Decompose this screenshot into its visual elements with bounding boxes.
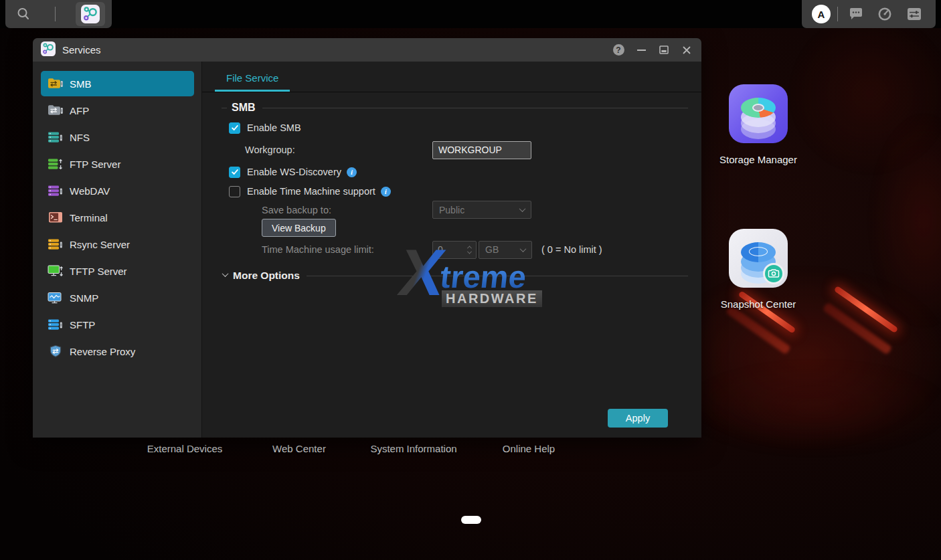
services-app-icon xyxy=(41,41,56,59)
spinner-down-icon[interactable] xyxy=(467,249,472,254)
usage-limit-unit-select[interactable]: GB xyxy=(479,241,532,259)
chevron-down-icon xyxy=(222,270,229,277)
sidebar-item-label: FTP Server xyxy=(70,159,120,170)
workgroup-label: Workgroup: xyxy=(245,145,295,155)
usage-limit-hint: ( 0 = No limit ) xyxy=(541,244,602,255)
sidebar-item-label: NFS xyxy=(70,132,90,143)
info-icon[interactable]: i xyxy=(381,187,391,197)
desktop-icon-label[interactable]: System Information xyxy=(370,442,457,455)
sidebar-item-rsync-server[interactable]: Rsync Server xyxy=(41,231,194,257)
sidebar-item-label: AFP xyxy=(70,105,89,116)
monitor-arrows-icon xyxy=(47,265,64,278)
help-button[interactable]: ? xyxy=(612,43,625,57)
services-taskbar-icon[interactable] xyxy=(76,2,105,26)
desktop-icon-label[interactable]: Online Help xyxy=(485,442,572,455)
view-backup-button[interactable]: View Backup xyxy=(262,219,336,237)
server-stack-icon xyxy=(47,318,64,331)
sidebar-item-label: TFTP Server xyxy=(70,266,127,277)
sidebar-item-label: WebDAV xyxy=(70,185,110,197)
save-backup-row: Save backup to: Public xyxy=(202,201,701,219)
monitor-wave-icon xyxy=(47,292,64,304)
shield-sync-icon xyxy=(47,345,64,358)
enable-smb-row: Enable SMB xyxy=(202,118,701,138)
sidebar-item-reverse-proxy[interactable]: Reverse Proxy xyxy=(41,339,194,364)
server-stack-icon xyxy=(47,185,64,197)
screen: A Services ? xyxy=(0,0,941,560)
time-machine-checkbox[interactable] xyxy=(229,186,240,197)
window-titlebar[interactable]: Services ? xyxy=(33,38,701,62)
snapshot-center-label[interactable]: Snapshot Center xyxy=(705,298,812,310)
sidebar-item-sftp[interactable]: SFTP xyxy=(41,312,194,337)
sidebar-item-label: Rsync Server xyxy=(70,239,130,250)
server-arrows-icon xyxy=(47,158,64,171)
time-machine-label: Enable Time Machine support xyxy=(247,186,375,197)
system-monitor-icon[interactable] xyxy=(873,3,896,25)
taskbar-right-segment: A xyxy=(802,0,936,28)
notifications-icon[interactable] xyxy=(845,3,867,25)
save-backup-select[interactable]: Public xyxy=(432,201,531,219)
smb-form: SMB Enable SMB Workgroup: xyxy=(202,98,701,286)
services-sidebar: SMBAFPNFSFTP ServerWebDAVTerminalRsync S… xyxy=(33,62,201,438)
sidebar-item-afp[interactable]: AFP xyxy=(41,98,194,123)
storage-manager-icon[interactable] xyxy=(729,84,788,143)
sidebar-item-label: SMB xyxy=(70,78,92,90)
services-window: Services ? SMBAFPNFSFTP ServerWebDAVTerm… xyxy=(33,38,701,438)
time-machine-row: Enable Time Machine support i xyxy=(202,182,701,201)
folder-sync-icon xyxy=(47,78,64,90)
camera-icon xyxy=(763,263,784,284)
server-stack-icon xyxy=(47,238,64,251)
storage-manager-label[interactable]: Storage Manager xyxy=(705,154,812,165)
sidebar-item-tftp-server[interactable]: TFTP Server xyxy=(41,258,194,284)
info-icon[interactable]: i xyxy=(347,167,357,177)
usage-limit-row: Time Machine usage limit: 0 GB ( 0 = No … xyxy=(202,237,701,262)
sidebar-item-smb[interactable]: SMB xyxy=(41,71,194,96)
more-options-toggle[interactable]: More Options xyxy=(202,265,701,286)
usage-limit-label: Time Machine usage limit: xyxy=(262,244,374,255)
preferences-icon[interactable] xyxy=(903,3,926,25)
section-title: SMB xyxy=(232,102,256,114)
view-backup-row: View Backup xyxy=(202,219,701,237)
snapshot-center-icon[interactable] xyxy=(729,229,788,288)
apply-button[interactable]: Apply xyxy=(608,409,668,428)
desktop-icon-label[interactable]: Web Center xyxy=(256,442,343,455)
sidebar-item-snmp[interactable]: SNMP xyxy=(41,285,194,310)
user-avatar[interactable]: A xyxy=(812,5,831,23)
search-icon[interactable] xyxy=(12,3,35,25)
taskbar-separator xyxy=(837,7,838,21)
enable-smb-label: Enable SMB xyxy=(247,122,301,133)
close-button[interactable] xyxy=(680,43,693,57)
sidebar-item-nfs[interactable]: NFS xyxy=(41,124,194,150)
smb-section-header: SMB xyxy=(202,98,701,118)
server-stack-icon xyxy=(47,131,64,144)
taskbar-handle[interactable] xyxy=(461,516,481,524)
maximize-button[interactable] xyxy=(657,43,671,57)
ws-discovery-row: Enable WS-Discovery i xyxy=(202,162,701,182)
minimize-button[interactable] xyxy=(634,43,648,57)
taskbar-left-segment xyxy=(5,0,112,28)
enable-smb-checkbox[interactable] xyxy=(229,122,240,134)
window-title: Services xyxy=(62,44,605,56)
sidebar-item-webdav[interactable]: WebDAV xyxy=(41,178,194,203)
ws-discovery-checkbox[interactable] xyxy=(229,167,240,178)
taskbar: A xyxy=(0,0,941,28)
save-backup-label: Save backup to: xyxy=(262,205,331,215)
sidebar-item-label: SFTP xyxy=(70,319,95,331)
more-options-label: More Options xyxy=(233,270,300,282)
workgroup-row: Workgroup: xyxy=(202,138,701,162)
usage-limit-spinner[interactable]: 0 xyxy=(432,241,477,259)
taskbar-separator xyxy=(55,7,56,21)
smb-settings-panel: File Service SMB Enable SMB xyxy=(201,62,701,438)
folder-sync-icon xyxy=(47,104,64,117)
sidebar-item-label: Reverse Proxy xyxy=(70,346,135,357)
terminal-icon xyxy=(47,211,64,223)
desktop-icon-label[interactable]: External Devices xyxy=(141,442,228,455)
ws-discovery-label: Enable WS-Discovery xyxy=(247,167,341,177)
sidebar-item-label: Terminal xyxy=(70,212,108,223)
sidebar-item-label: SNMP xyxy=(70,292,98,304)
workgroup-input[interactable] xyxy=(432,141,531,159)
tab-file-service[interactable]: File Service xyxy=(215,72,290,92)
red-glow xyxy=(683,361,941,455)
sidebar-item-terminal[interactable]: Terminal xyxy=(41,205,194,230)
sidebar-item-ftp-server[interactable]: FTP Server xyxy=(41,151,194,177)
tab-bar: File Service xyxy=(202,62,701,92)
